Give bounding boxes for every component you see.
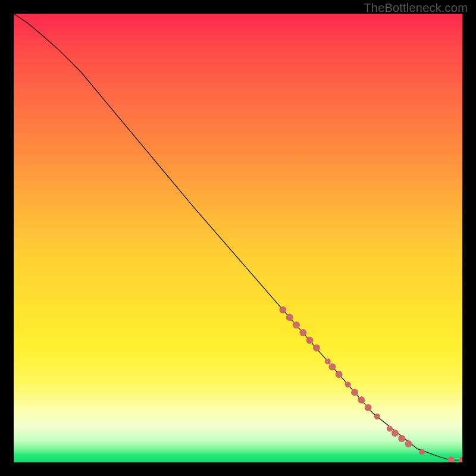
curve-line <box>14 14 462 460</box>
data-marker <box>459 456 462 462</box>
data-marker <box>374 414 380 419</box>
chart-svg <box>14 14 462 462</box>
data-marker <box>345 382 351 388</box>
marker-group <box>279 306 462 462</box>
attribution-text: TheBottleneck.com <box>364 1 468 15</box>
data-marker <box>286 314 293 321</box>
data-marker <box>328 363 336 370</box>
data-marker <box>313 345 320 352</box>
data-marker <box>447 456 455 462</box>
data-marker <box>299 329 306 336</box>
data-marker <box>351 389 358 396</box>
data-marker <box>306 337 314 344</box>
data-marker <box>405 440 412 447</box>
data-marker <box>392 430 399 437</box>
chart-container: { "attribution": "TheBottleneck.com", "c… <box>0 0 476 476</box>
data-marker <box>387 425 393 431</box>
data-marker <box>336 371 343 378</box>
data-marker <box>358 396 365 403</box>
data-marker <box>419 449 425 455</box>
data-marker <box>279 306 286 314</box>
data-marker <box>325 358 331 364</box>
data-marker <box>398 435 405 442</box>
plot-area <box>14 14 462 462</box>
data-marker <box>293 321 300 328</box>
data-marker <box>365 404 372 411</box>
